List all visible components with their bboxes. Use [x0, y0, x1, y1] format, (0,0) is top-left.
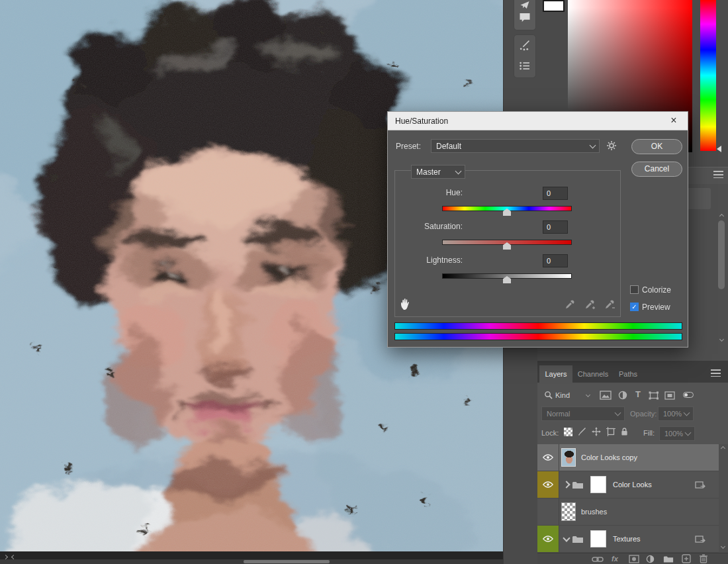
eyedropper-icon[interactable] — [565, 299, 575, 310]
channel-dropdown[interactable]: Master — [411, 165, 465, 179]
lock-transparency-icon[interactable] — [564, 428, 572, 436]
dialog-titlebar[interactable]: Hue/Saturation × — [388, 112, 688, 130]
check-icon: ✓ — [631, 303, 637, 310]
horizontal-scrollbar-thumb[interactable] — [244, 560, 330, 563]
channel-value: Master — [416, 167, 441, 177]
tab-paths-label: Paths — [619, 370, 637, 378]
saturation-label: Saturation: — [398, 222, 463, 231]
preview-checkbox[interactable]: ✓ — [630, 303, 639, 311]
group-badge-icon — [695, 481, 705, 489]
new-group-icon[interactable] — [663, 555, 674, 563]
eye-icon — [543, 481, 553, 488]
visibility-cell[interactable] — [537, 498, 559, 525]
layers-scroll-up-icon[interactable] — [721, 446, 725, 451]
cancel-button[interactable]: Cancel — [631, 162, 682, 177]
tab-channels-label: Channels — [578, 370, 608, 378]
hue-value-input[interactable]: 0 — [543, 187, 568, 200]
opacity-value: 100% — [663, 410, 682, 418]
preset-dropdown[interactable]: Default — [431, 139, 600, 153]
layer-effects-icon[interactable]: fx — [612, 555, 618, 563]
foreground-color-swatch[interactable] — [543, 0, 565, 12]
group-expanded-chevron-icon[interactable] — [563, 534, 570, 541]
scrubby-hand-icon[interactable] — [399, 297, 412, 310]
lock-all-icon[interactable] — [621, 427, 628, 436]
new-adjustment-layer-icon[interactable] — [646, 555, 655, 563]
blend-mode-dropdown[interactable]: Normal — [541, 406, 625, 421]
comments-icon[interactable] — [519, 13, 531, 23]
layers-scroll-down-icon[interactable] — [721, 544, 725, 549]
colorize-checkbox[interactable] — [630, 285, 639, 294]
eye-icon — [543, 454, 553, 461]
filter-adjustment-layers-icon[interactable] — [618, 391, 627, 400]
horizontal-scrollbar[interactable] — [0, 559, 503, 564]
visibility-cell[interactable] — [537, 471, 559, 498]
layer-name: brushes — [581, 508, 607, 516]
lock-label: Lock: — [541, 429, 559, 437]
hue-strip[interactable] — [700, 0, 716, 151]
share-icon[interactable] — [519, 1, 531, 9]
layer-name: Color Looks — [613, 481, 652, 489]
ok-button[interactable]: OK — [631, 139, 682, 154]
status-collapse-icon[interactable] — [11, 555, 16, 559]
new-layer-icon[interactable] — [682, 554, 691, 563]
visibility-cell[interactable] — [537, 444, 559, 471]
group-thumbnail[interactable] — [590, 530, 606, 547]
eyedropper-minus-icon[interactable] — [604, 299, 615, 310]
layer-row-textures[interactable]: Textures — [537, 526, 719, 553]
colorize-label: Colorize — [642, 285, 671, 295]
lightness-value-input[interactable]: 0 — [543, 254, 568, 267]
layers-panel: Layers Channels Paths Kind T Normal Opac… — [537, 361, 728, 564]
hue-label: Hue: — [398, 188, 463, 197]
layers-action-bar: fx — [537, 553, 728, 564]
properties-panel-menu-icon[interactable] — [713, 171, 723, 178]
group-collapsed-chevron-icon[interactable] — [563, 481, 570, 488]
preset-options-gear-icon[interactable] — [606, 140, 617, 151]
link-layers-icon[interactable] — [592, 556, 604, 563]
tab-paths[interactable]: Paths — [614, 365, 643, 383]
layer-list: Color Looks copy Color Looks brushes — [537, 444, 728, 553]
eyedropper-plus-icon[interactable] — [584, 299, 595, 310]
filter-smart-objects-icon[interactable] — [664, 391, 675, 400]
canvas-status-bar — [0, 551, 503, 564]
opacity-label: Opacity: — [630, 410, 657, 418]
panel-scrollbar-thumb[interactable] — [718, 220, 725, 289]
saturation-value-input[interactable]: 0 — [543, 220, 568, 234]
brush-strokes-panel-icon[interactable] — [519, 61, 530, 71]
filter-type-layers-icon[interactable]: T — [635, 389, 641, 399]
filter-shape-layers-icon[interactable] — [649, 391, 659, 400]
hue-strip-handle[interactable] — [717, 146, 721, 152]
lightness-label: Lightness: — [398, 256, 463, 265]
tab-layers[interactable]: Layers — [539, 365, 572, 383]
layer-row-brushes[interactable]: brushes — [537, 498, 719, 526]
blend-mode-value: Normal — [547, 410, 570, 418]
layer-thumbnail[interactable] — [561, 502, 576, 521]
status-expand-icon[interactable] — [3, 555, 8, 559]
preset-value: Default — [436, 142, 461, 151]
lock-position-icon[interactable] — [592, 427, 601, 436]
group-thumbnail[interactable] — [590, 476, 606, 493]
layer-row-color-looks[interactable]: Color Looks — [537, 471, 719, 498]
filter-kind-chevron-icon[interactable] — [586, 393, 590, 397]
layers-scrollbar[interactable] — [719, 444, 728, 553]
layer-thumbnail[interactable] — [561, 448, 576, 467]
add-mask-icon[interactable] — [629, 555, 639, 563]
filter-toggle-switch[interactable] — [683, 392, 694, 398]
fill-value-box[interactable]: 100% — [659, 426, 695, 441]
fill-label: Fill: — [643, 429, 655, 437]
fill-value: 100% — [664, 430, 683, 438]
close-icon[interactable]: × — [660, 112, 688, 130]
lock-artboard-icon[interactable] — [606, 427, 615, 436]
folder-icon — [572, 535, 584, 543]
lock-paint-icon[interactable] — [577, 427, 586, 436]
layers-panel-menu-icon[interactable] — [711, 369, 721, 377]
group-badge-icon — [695, 535, 705, 543]
brush-settings-icon[interactable] — [519, 40, 530, 51]
filter-kind-dropdown[interactable]: Kind — [555, 391, 570, 399]
delete-layer-icon[interactable] — [699, 554, 708, 563]
opacity-value-box[interactable]: 100% — [658, 406, 694, 421]
layer-row-color-looks-copy[interactable]: Color Looks copy — [537, 444, 719, 471]
filter-pixel-layers-icon[interactable] — [600, 391, 612, 400]
hue-saturation-dialog: Hue/Saturation × Preset: Default OK Canc… — [387, 111, 688, 348]
tab-channels[interactable]: Channels — [574, 365, 612, 383]
visibility-cell[interactable] — [537, 526, 559, 552]
